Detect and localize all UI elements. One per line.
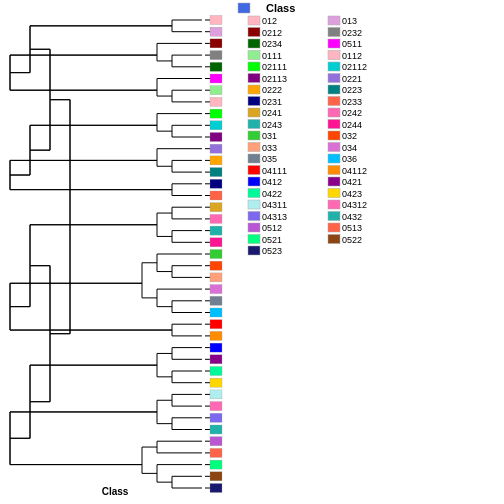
dendrogram-canvas: [0, 0, 504, 504]
chart-container: [0, 0, 504, 504]
